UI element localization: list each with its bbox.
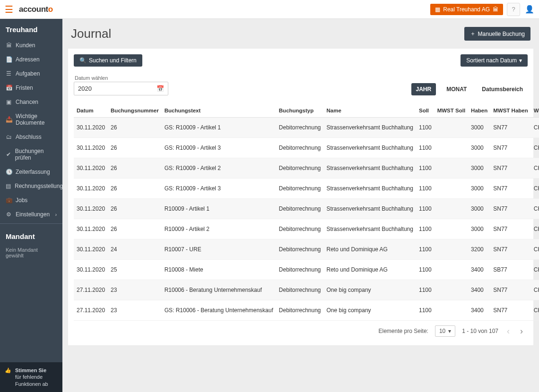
new-booking-button[interactable]: ＋ Manuelle Buchung: [464, 27, 530, 41]
journal-card: 🔍 Suchen und Filtern Sortiert nach Datum…: [68, 49, 533, 345]
sidebar-item-adressen[interactable]: 📄Adressen: [0, 52, 62, 67]
prev-page-icon: ‹: [505, 326, 512, 336]
calendar-icon: 📅: [156, 85, 164, 92]
sidebar-item-icon: 🗂: [6, 134, 12, 140]
sidebar-item-label: Jobs: [16, 197, 27, 204]
org-icon: ▦: [435, 6, 440, 13]
col-text[interactable]: Buchungstext: [162, 104, 276, 118]
table-row: 30.11.2020 26 GS: R10009 - Artikel 3 Deb…: [74, 179, 539, 199]
tab-month[interactable]: MONAT: [442, 83, 471, 95]
org-switcher[interactable]: ▦ Real Treuhand AG 🏛: [430, 4, 503, 15]
sidebar-item-buchungen-prüfen[interactable]: ✔Buchungen prüfen: [0, 144, 62, 165]
sidebar-item-label: Aufgaben: [16, 70, 40, 77]
next-page-icon[interactable]: ›: [518, 326, 525, 336]
page-range: 1 - 10 von 107: [462, 328, 498, 334]
sidebar-item-icon: 📅: [6, 85, 12, 91]
brand-prefix: account: [19, 5, 48, 14]
sidebar-item-label: Rechnungsstellung: [15, 183, 63, 189]
sidebar: Treuhand 🏛Kunden📄Adressen☰Aufgaben📅Frist…: [0, 19, 62, 392]
sidebar-item-label: Chancen: [16, 99, 38, 105]
feature-vote-box[interactable]: 👍 Stimmen Sie für fehlende Funktionen ab: [0, 362, 62, 392]
sidebar-item-icon: ✔: [6, 151, 11, 158]
chevron-down-icon: ▾: [448, 328, 451, 334]
sidebar-item-label: Zeiterfassung: [16, 169, 50, 175]
sidebar-item-einstellungen[interactable]: ⚙Einstellungen›: [0, 207, 62, 222]
per-page-label: Elemente pro Seite:: [379, 328, 428, 334]
sidebar-item-zeiterfassung[interactable]: 🕓Zeiterfassung: [0, 165, 62, 179]
sidebar-item-label: Wichtige Dokumente: [16, 113, 57, 126]
sidebar-item-icon: 📄: [6, 56, 12, 63]
chevron-right-icon: ›: [55, 212, 57, 217]
page-size-select[interactable]: 10 ▾: [435, 325, 455, 337]
col-curr[interactable]: Währung: [531, 104, 539, 118]
help-icon[interactable]: ?: [507, 3, 520, 16]
sidebar-item-label: Fristen: [16, 85, 33, 91]
sidebar-item-icon: ⚙: [6, 211, 12, 218]
col-mwst-haben[interactable]: MWST Haben: [490, 104, 530, 118]
col-mwst-soll[interactable]: MWST Soll: [435, 104, 468, 118]
mandant-empty-text: Kein Mandant gewählt: [0, 245, 62, 264]
sidebar-item-kunden[interactable]: 🏛Kunden: [0, 38, 62, 52]
sidebar-item-icon: 🏛: [6, 42, 12, 49]
table-row: 27.11.2020 23 R10006 - Beratung Unterneh…: [74, 280, 539, 300]
search-filter-button[interactable]: 🔍 Suchen und Filtern: [74, 54, 142, 67]
date-range-tabs: JAHR MONAT Datumsbereich: [411, 83, 528, 95]
building-icon: 🏛: [493, 6, 498, 13]
user-avatar-icon[interactable]: 👤: [525, 5, 534, 14]
sidebar-item-label: Abschluss: [16, 134, 42, 140]
col-date[interactable]: Datum: [74, 104, 108, 118]
sidebar-item-label: Einstellungen: [16, 211, 50, 218]
sidebar-item-icon: ▤: [6, 183, 11, 189]
thumbs-up-icon: 👍: [5, 367, 11, 374]
sidebar-item-fristen[interactable]: 📅Fristen: [0, 81, 62, 95]
sidebar-item-label: Buchungen prüfen: [15, 148, 57, 161]
search-icon: 🔍: [79, 57, 87, 64]
table-row: 30.11.2020 26 R10009 - Artikel 2 Debitor…: [74, 219, 539, 239]
table-header-row: Datum Buchungsnummer Buchungstext Buchun…: [74, 104, 539, 118]
sort-dropdown[interactable]: Sortiert nach Datum ▾: [461, 54, 528, 67]
pagination: Elemente pro Seite: 10 ▾ 1 - 10 von 107 …: [74, 321, 528, 341]
main-content: Journal ＋ Manuelle Buchung 🔍 Suchen und …: [62, 19, 539, 392]
date-value: 2020: [78, 85, 92, 92]
sidebar-section-treuhand: Treuhand: [0, 19, 62, 38]
sidebar-item-icon: ▣: [6, 99, 12, 105]
sidebar-item-aufgaben[interactable]: ☰Aufgaben: [0, 67, 62, 81]
sidebar-item-wichtige-dokumente[interactable]: 📥Wichtige Dokumente: [0, 109, 62, 130]
brand-suffix: o: [48, 5, 53, 14]
plus-icon: ＋: [470, 30, 476, 38]
chevron-down-icon: ▾: [519, 57, 522, 64]
col-type[interactable]: Buchungstyp: [276, 104, 324, 118]
col-haben[interactable]: Haben: [468, 104, 490, 118]
sidebar-item-icon: 📥: [6, 116, 12, 123]
date-picker[interactable]: 2020 📅: [74, 82, 168, 95]
sidebar-item-icon: 💼: [6, 197, 12, 204]
brand-logo: accounto: [19, 5, 53, 14]
sidebar-item-jobs[interactable]: 💼Jobs: [0, 193, 62, 207]
table-row: 30.11.2020 26 R10009 - Artikel 1 Debitor…: [74, 199, 539, 219]
sidebar-item-icon: 🕓: [6, 169, 12, 175]
table-row: 30.11.2020 25 R10008 - Miete Debitorrech…: [74, 260, 539, 280]
table-row: 30.11.2020 26 GS: R10009 - Artikel 1 Deb…: [74, 118, 539, 138]
col-name[interactable]: Name: [324, 104, 416, 118]
menu-toggle-icon[interactable]: ☰: [5, 4, 13, 15]
col-soll[interactable]: Soll: [416, 104, 435, 118]
table-row: 30.11.2020 24 R10007 - URE Debitorrechnu…: [74, 239, 539, 260]
org-name: Real Treuhand AG: [443, 6, 490, 13]
sidebar-item-label: Adressen: [16, 56, 40, 63]
table-row: 30.11.2020 26 GS: R10009 - Artikel 3 Deb…: [74, 138, 539, 158]
sidebar-section-mandant: Mandant: [0, 226, 62, 245]
sidebar-item-rechnungsstellung[interactable]: ▤Rechnungsstellung: [0, 179, 62, 193]
tab-range[interactable]: Datumsbereich: [477, 83, 528, 95]
tab-year[interactable]: JAHR: [411, 83, 436, 95]
sidebar-item-icon: ☰: [6, 70, 12, 77]
table-row: 27.11.2020 23 GS: R10006 - Beratung Unte…: [74, 300, 539, 321]
sidebar-item-label: Kunden: [16, 42, 35, 49]
sidebar-item-chancen[interactable]: ▣Chancen: [0, 95, 62, 109]
table-row: 30.11.2020 26 GS: R10009 - Artikel 2 Deb…: [74, 158, 539, 179]
journal-table: Datum Buchungsnummer Buchungstext Buchun…: [74, 104, 539, 321]
topbar: ☰ accounto ▦ Real Treuhand AG 🏛 ? 👤: [0, 0, 539, 19]
date-field-label: Datum wählen: [75, 75, 168, 81]
sidebar-item-abschluss[interactable]: 🗂Abschluss: [0, 130, 62, 144]
page-title: Journal: [71, 26, 111, 41]
col-num[interactable]: Buchungsnummer: [108, 104, 162, 118]
